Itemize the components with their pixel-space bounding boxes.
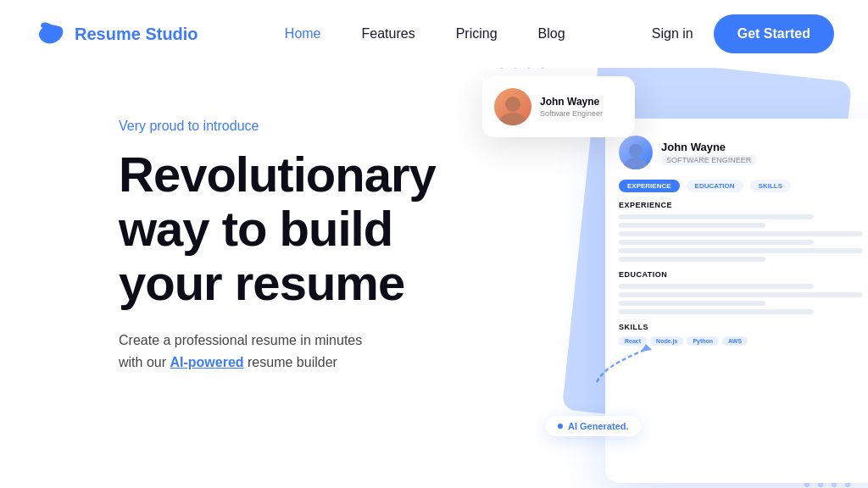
resume-tabs: EXPERIENCE EDUCATION SKILLS: [619, 180, 863, 192]
nav-features[interactable]: Features: [362, 26, 415, 41]
hero-section: Very proud to introduce Revolutionary wa…: [0, 68, 868, 488]
resume-line-9: [619, 301, 765, 306]
resume-exp-section: Experience: [619, 201, 863, 209]
svg-point-35: [499, 113, 526, 125]
logo-text: Resume Studio: [75, 25, 198, 44]
hero-content: Very proud to introduce Revolutionary wa…: [119, 102, 436, 374]
ai-dot: [558, 424, 563, 429]
resume-card-main: John Wayne SOFTWARE ENGINEER EXPERIENCE …: [605, 119, 868, 483]
resume-avatar: [619, 136, 653, 169]
skill-chip-python: Python: [687, 336, 719, 346]
resume-line-7: [619, 284, 814, 289]
nav-right: Sign in Get Started: [652, 14, 834, 53]
arrow-decoration: [588, 340, 656, 394]
ai-generated-badge: AI Generated.: [546, 416, 641, 436]
nav-blog[interactable]: Blog: [538, 26, 565, 41]
svg-point-3: [540, 68, 545, 69]
resume-line-1: [619, 214, 814, 219]
resume-tab-experience[interactable]: EXPERIENCE: [619, 180, 680, 192]
svg-point-0: [499, 68, 504, 69]
nav-links: Home Features Pricing Blog: [285, 26, 565, 42]
resume-tab-education[interactable]: EDUCATION: [687, 180, 743, 192]
resume-line-5: [619, 248, 863, 253]
fp-role: Software Engineer: [540, 109, 603, 118]
svg-marker-36: [641, 344, 652, 352]
navbar: Resume Studio Home Features Pricing Blog…: [0, 0, 868, 68]
ai-badge-label: AI Generated.: [568, 421, 629, 431]
resume-edu-section: Education: [619, 270, 863, 279]
svg-point-34: [505, 97, 520, 112]
fp-info: John Wayne Software Engineer: [540, 96, 603, 118]
svg-point-2: [526, 68, 531, 69]
get-started-button[interactable]: Get Started: [714, 14, 834, 53]
svg-point-32: [629, 144, 643, 158]
resume-line-3: [619, 231, 863, 236]
fp-avatar: [494, 88, 531, 125]
resume-line-4: [619, 240, 814, 245]
svg-point-33: [624, 158, 648, 169]
sign-in-button[interactable]: Sign in: [652, 26, 693, 42]
floating-profile-card: John Wayne Software Engineer: [482, 76, 635, 137]
hero-intro: Very proud to introduce: [119, 119, 436, 134]
resume-tab-skills[interactable]: SKILLS: [750, 180, 791, 192]
resume-name: John Wayne: [661, 141, 756, 153]
logo[interactable]: Resume Studio: [34, 18, 198, 50]
hero-subtext: Create a professional resume in minutes …: [119, 330, 436, 373]
svg-point-1: [513, 68, 518, 69]
hero-headline: Revolutionary way to build your resume: [119, 147, 436, 309]
nav-pricing[interactable]: Pricing: [456, 26, 498, 41]
resume-name-block: John Wayne SOFTWARE ENGINEER: [661, 141, 756, 165]
resume-line-10: [619, 309, 814, 314]
nav-home[interactable]: Home: [285, 26, 321, 41]
hero-visual: John Wayne SOFTWARE ENGINEER EXPERIENCE …: [444, 68, 868, 488]
resume-line-8: [619, 292, 863, 297]
skill-chip-aws: AWS: [722, 336, 748, 346]
ai-powered-highlight: AI-powered: [170, 355, 243, 369]
resume-line-2: [619, 223, 765, 228]
logo-icon: [34, 18, 66, 50]
resume-skills-section: Skills: [619, 323, 863, 331]
resume-card-header: John Wayne SOFTWARE ENGINEER: [619, 136, 863, 169]
fp-name: John Wayne: [540, 96, 603, 108]
resume-role: SOFTWARE ENGINEER: [661, 155, 756, 165]
resume-line-6: [619, 257, 765, 262]
